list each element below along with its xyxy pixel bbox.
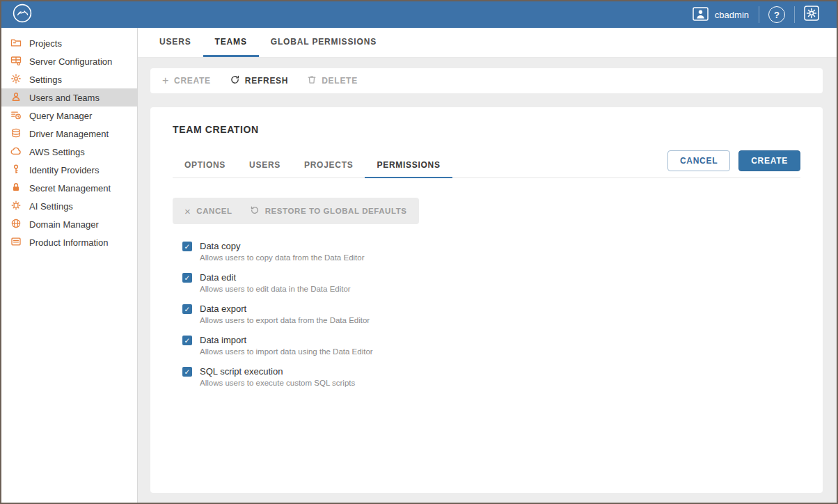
settings-button[interactable] — [795, 6, 828, 24]
server-configuration-icon — [10, 55, 22, 68]
sidebar-item-driver-management[interactable]: Driver Management — [1, 125, 137, 143]
permission-description: Allows users to execute custom SQL scrip… — [200, 379, 355, 387]
tab-teams[interactable]: TEAMS — [203, 28, 259, 57]
restore-icon — [250, 205, 260, 216]
cloudbeaver-logo-icon[interactable] — [13, 3, 32, 26]
permissions-cancel-button[interactable]: × CANCEL — [184, 206, 232, 216]
sidebar-item-label: Domain Manager — [29, 219, 99, 230]
admin-tabs: USERS TEAMS GLOBAL PERMISSIONS — [138, 28, 837, 58]
permission-description: Allows users to copy data from the Data … — [200, 253, 365, 262]
sidebar-item-label: Users and Teams — [29, 93, 100, 103]
sidebar-item-secret-management[interactable]: Secret Management — [1, 179, 137, 197]
sidebar-item-label: AI Settings — [29, 201, 73, 212]
driver-management-icon — [10, 127, 22, 141]
sidebar-item-label: AWS Settings — [29, 147, 85, 157]
permissions-list: ✓ Data copy Allows users to copy data fr… — [173, 241, 800, 387]
panel-tabs-row: OPTIONS USERS PROJECTS PERMISSIONS — [173, 150, 800, 178]
restore-defaults-button[interactable]: RESTORE TO GLOBAL DEFAULTS — [250, 205, 407, 216]
sidebar-item-label: Secret Management — [29, 183, 111, 194]
permission-name: Data copy — [200, 241, 365, 251]
panel-title: TEAM CREATION — [173, 124, 800, 135]
delete-team-button[interactable]: DELETE — [307, 74, 358, 87]
user-name: cbadmin — [715, 10, 749, 20]
admin-sidebar: Projects Server Configuration — [1, 28, 138, 503]
user-menu[interactable]: cbadmin — [683, 7, 759, 23]
sidebar-item-product-information[interactable]: Product Information — [1, 233, 137, 251]
teams-toolbar: + CREATE REFRESH — [150, 68, 823, 93]
help-icon: ? — [768, 6, 785, 23]
plus-icon: + — [162, 75, 169, 86]
checkbox-checked-icon[interactable]: ✓ — [182, 242, 192, 251]
app-window: cbadmin ? — [0, 0, 838, 504]
checkbox-checked-icon[interactable]: ✓ — [182, 336, 192, 345]
top-bar: cbadmin ? — [1, 1, 837, 28]
main-panel: USERS TEAMS GLOBAL PERMISSIONS + CREATE — [138, 28, 837, 503]
permission-row-data-edit: ✓ Data edit Allows users to edit data in… — [182, 272, 800, 293]
permission-name: Data import — [200, 335, 373, 345]
ai-settings-icon — [10, 200, 22, 213]
checkbox-checked-icon[interactable]: ✓ — [182, 367, 192, 377]
help-button[interactable]: ? — [759, 6, 794, 23]
permission-name: Data edit — [200, 272, 351, 283]
query-manager-icon — [10, 109, 22, 123]
refresh-icon — [230, 74, 240, 87]
panel-tabs: OPTIONS USERS PROJECTS PERMISSIONS — [173, 152, 452, 178]
permissions-toolbar-wrap: × CANCEL RESTORE TO GLOB — [173, 198, 800, 224]
permission-name: Data export — [200, 304, 370, 314]
projects-icon — [10, 37, 22, 50]
sidebar-item-label: Product Information — [29, 237, 108, 248]
sidebar-item-query-manager[interactable]: Query Manager — [1, 107, 137, 125]
tab-options[interactable]: OPTIONS — [173, 152, 237, 178]
cancel-button[interactable]: CANCEL — [667, 150, 730, 171]
content-area: + CREATE REFRESH — [138, 58, 837, 503]
domain-manager-icon — [10, 218, 22, 231]
product-information-icon — [10, 236, 22, 249]
sidebar-item-projects[interactable]: Projects — [1, 34, 137, 52]
tab-team-users[interactable]: USERS — [237, 152, 292, 178]
sidebar-item-label: Driver Management — [29, 129, 109, 139]
create-button[interactable]: CREATE — [738, 150, 800, 171]
sidebar-item-domain-manager[interactable]: Domain Manager — [1, 215, 137, 233]
permission-description: Allows users to export data from the Dat… — [200, 316, 370, 324]
permission-name: SQL script execution — [200, 366, 355, 377]
permission-row-data-import: ✓ Data import Allows users to import dat… — [182, 335, 800, 356]
close-icon: × — [184, 206, 191, 216]
sidebar-item-settings[interactable]: Settings — [1, 70, 137, 88]
sidebar-item-label: Identity Providers — [29, 165, 99, 175]
team-creation-panel: TEAM CREATION OPTIONS USERS PROJECTS — [150, 107, 823, 493]
user-icon — [693, 7, 709, 23]
main-layout: Projects Server Configuration — [1, 28, 837, 503]
permission-description: Allows users to import data using the Da… — [200, 347, 373, 356]
tab-users[interactable]: USERS — [148, 28, 203, 57]
create-team-button[interactable]: + CREATE — [162, 75, 211, 86]
gear-icon — [804, 6, 819, 24]
sidebar-item-ai-settings[interactable]: AI Settings — [1, 197, 137, 215]
checkbox-checked-icon[interactable]: ✓ — [182, 304, 192, 314]
sidebar-item-identity-providers[interactable]: Identity Providers — [1, 161, 137, 179]
permission-row-data-export: ✓ Data export Allows users to export dat… — [182, 304, 800, 324]
secret-management-icon — [10, 182, 22, 195]
sidebar-item-label: Projects — [29, 38, 62, 49]
trash-icon — [307, 74, 317, 87]
identity-providers-icon — [10, 164, 22, 177]
refresh-button[interactable]: REFRESH — [230, 74, 288, 87]
sidebar-item-label: Query Manager — [29, 111, 92, 121]
sidebar-item-users-and-teams[interactable]: Users and Teams — [1, 88, 137, 107]
sidebar-item-label: Server Configuration — [29, 56, 112, 67]
permission-row-sql-script-execution: ✓ SQL script execution Allows users to e… — [182, 366, 800, 387]
sidebar-item-server-configuration[interactable]: Server Configuration — [1, 52, 137, 70]
checkbox-checked-icon[interactable]: ✓ — [182, 273, 192, 283]
sidebar-item-label: Settings — [29, 74, 62, 85]
panel-action-buttons: CANCEL CREATE — [667, 150, 800, 178]
tab-global-permissions[interactable]: GLOBAL PERMISSIONS — [259, 28, 388, 57]
permission-row-data-copy: ✓ Data copy Allows users to copy data fr… — [182, 241, 800, 262]
tab-projects[interactable]: PROJECTS — [292, 152, 365, 178]
users-and-teams-icon — [10, 91, 22, 104]
permission-description: Allows users to edit data in the Data Ed… — [200, 285, 351, 293]
tab-permissions[interactable]: PERMISSIONS — [365, 152, 452, 178]
sidebar-item-aws-settings[interactable]: AWS Settings — [1, 143, 137, 161]
permissions-toolbar: × CANCEL RESTORE TO GLOB — [173, 198, 419, 224]
settings-icon — [10, 73, 22, 86]
aws-settings-icon — [10, 145, 22, 159]
